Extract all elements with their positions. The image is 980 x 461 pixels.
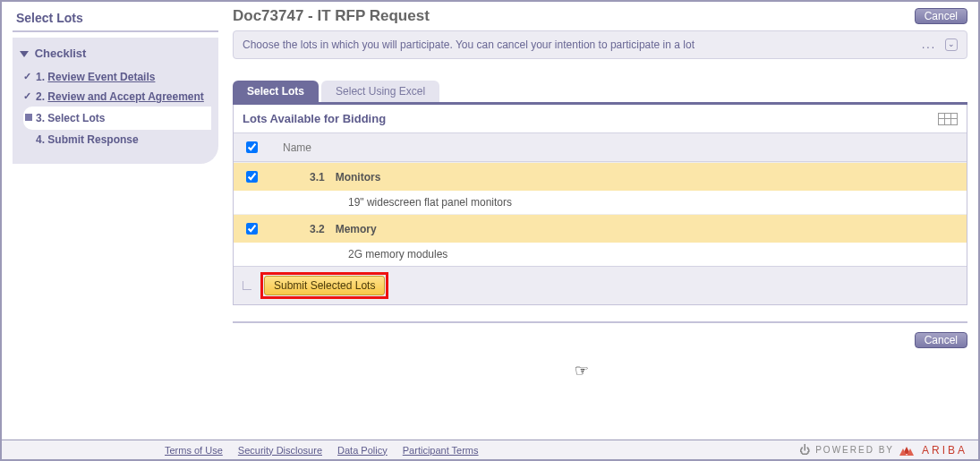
panel-title: Lots Available for Bidding [243, 112, 386, 125]
instruction-text: Choose the lots in which you will partic… [243, 38, 695, 51]
footer-links: Terms of Use Security Disclosure Data Po… [13, 445, 491, 456]
check-icon: ✓ [23, 90, 31, 102]
lot-num: 3.1 [283, 171, 325, 184]
power-icon: ⏻ [799, 444, 812, 457]
footer-link-terms[interactable]: Terms of Use [165, 445, 223, 456]
checklist-item-3[interactable]: 3. Select Lots [23, 107, 211, 130]
tab-select-excel[interactable]: Select Using Excel [321, 81, 439, 102]
powered-label: POWERED BY [815, 445, 894, 455]
checklist-label: Checklist [35, 47, 87, 60]
select-all-checkbox[interactable] [246, 141, 258, 153]
ariba-icon [899, 445, 914, 456]
item-link[interactable]: Review and Accept Agreement [47, 90, 204, 103]
item-num: 2. [36, 90, 45, 103]
corner-icon [243, 281, 251, 290]
checklist-box: Checklist ✓ 1. Review Event Details ✓ 2.… [13, 38, 218, 164]
page-title: Doc73747 - IT RFP Request [233, 7, 430, 25]
main-area: Select Lots Checklist ✓ 1. Review Event … [2, 2, 978, 436]
cancel-button[interactable]: Cancel [915, 8, 967, 24]
lot-name: Monitors [336, 171, 381, 184]
checklist-item-1[interactable]: ✓ 1. Review Event Details [23, 67, 211, 87]
sidebar: Select Lots Checklist ✓ 1. Review Event … [13, 7, 218, 436]
highlight-box: Submit Selected Lots [260, 272, 388, 299]
lot-checkbox[interactable] [246, 171, 258, 183]
tab-select-lots[interactable]: Select Lots [233, 81, 319, 102]
ariba-brand: ARIBA [922, 444, 967, 457]
lot-desc-2: 2G memory modules [234, 243, 967, 266]
checklist-header[interactable]: Checklist [20, 47, 211, 67]
instruction-bar: Choose the lots in which you will partic… [233, 30, 967, 59]
instruction-more: ... [918, 38, 940, 51]
footer-link-security[interactable]: Security Disclosure [238, 445, 322, 456]
cursor-icon: ☜ [575, 361, 589, 380]
content-divider [233, 321, 967, 323]
doc-header: Doc73747 - IT RFP Request Cancel [233, 7, 967, 30]
checklist: ✓ 1. Review Event Details ✓ 2. Review an… [20, 67, 211, 149]
cancel-button-bottom[interactable]: Cancel [915, 332, 967, 348]
lot-name: Memory [336, 223, 377, 235]
lots-panel: Lots Available for Bidding Name 3.1 Moni… [233, 105, 967, 305]
item-num: 4. [36, 133, 45, 146]
item-num: 3. [36, 112, 45, 124]
item-label: Submit Response [47, 133, 138, 146]
sidebar-title: Select Lots [13, 7, 218, 29]
tabs: Select Lots Select Using Excel [233, 81, 967, 102]
footer-actions: Cancel [233, 332, 967, 348]
check-icon: ✓ [23, 71, 31, 82]
chevron-down-icon [20, 51, 29, 57]
footer-link-participant[interactable]: Participant Terms [403, 445, 479, 456]
footer-bar: Terms of Use Security Disclosure Data Po… [2, 440, 978, 459]
lot-desc-text: 19" widescreen flat panel monitors [348, 196, 512, 209]
lot-desc-1: 19" widescreen flat panel monitors [234, 191, 967, 214]
footer-link-data[interactable]: Data Policy [337, 445, 388, 456]
lot-row-1: 3.1 Monitors [234, 162, 967, 191]
lot-checkbox[interactable] [246, 223, 258, 235]
column-header: Name [234, 132, 967, 162]
checklist-item-2[interactable]: ✓ 2. Review and Accept Agreement [23, 87, 211, 107]
square-icon [25, 114, 32, 121]
item-label: Select Lots [47, 112, 105, 124]
app-frame: Select Lots Checklist ✓ 1. Review Event … [0, 0, 980, 461]
grid-icon[interactable] [938, 113, 958, 125]
powered-by: ⏻ POWERED BY ARIBA [799, 444, 967, 457]
content: Doc73747 - IT RFP Request Cancel Choose … [218, 7, 967, 436]
lot-row-2: 3.2 Memory [234, 214, 967, 243]
sidebar-divider [13, 30, 218, 32]
col-name: Name [283, 141, 311, 154]
submit-selected-lots-button[interactable]: Submit Selected Lots [264, 276, 385, 295]
checklist-item-4[interactable]: 4. Submit Response [23, 130, 211, 149]
lot-num: 3.2 [283, 223, 325, 235]
action-row: Submit Selected Lots [234, 266, 967, 304]
lot-desc-text: 2G memory modules [348, 248, 447, 260]
item-num: 1. [36, 71, 45, 83]
panel-header: Lots Available for Bidding [234, 105, 967, 132]
expand-icon[interactable]: ⌄ [945, 38, 958, 51]
item-link[interactable]: Review Event Details [47, 71, 155, 83]
